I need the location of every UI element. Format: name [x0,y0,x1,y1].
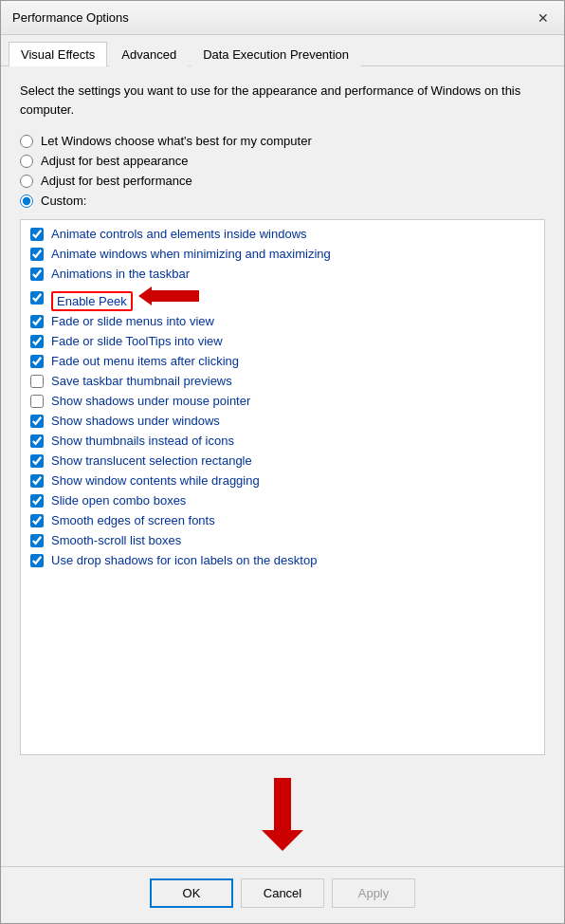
checkbox-item[interactable]: Animate windows when minimizing and maxi… [21,244,544,264]
radio-best-appearance[interactable]: Adjust for best appearance [20,154,545,168]
tab-bar: Visual Effects Advanced Data Execution P… [1,35,564,66]
checkbox-item[interactable]: Show translucent selection rectangle [21,451,544,471]
title-bar: Performance Options ✕ [1,1,564,35]
checkbox-item[interactable]: Enable Peek [21,284,544,311]
checkbox-list[interactable]: Animate controls and elements inside win… [20,219,545,755]
radio-best-performance-input[interactable] [20,175,33,188]
checkbox-item[interactable]: Show window contents while dragging [21,471,544,490]
checkbox-item[interactable]: Animate controls and elements inside win… [21,224,544,244]
checkbox-12[interactable] [30,474,44,488]
arrow-indicator [20,770,545,851]
checkbox-item[interactable]: Slide open combo boxes [21,490,544,510]
checkbox-item[interactable]: Fade or slide menus into view [21,311,544,331]
peek-arrow [138,286,199,305]
radio-best-performance-label: Adjust for best performance [41,174,192,188]
button-bar: OK Cancel Apply [1,866,564,923]
radio-windows-best[interactable]: Let Windows choose what's best for my co… [20,134,545,148]
ok-button[interactable]: OK [150,878,233,908]
checkbox-3[interactable] [30,291,44,305]
checkbox-16[interactable] [30,554,44,567]
checkbox-item[interactable]: Fade or slide ToolTips into view [21,331,544,351]
radio-custom-input[interactable] [20,194,33,208]
tab-advanced[interactable]: Advanced [109,42,189,66]
checkbox-item[interactable]: Show shadows under mouse pointer [21,391,544,411]
checkbox-5[interactable] [30,335,44,348]
radio-windows-best-label: Let Windows choose what's best for my co… [41,134,312,148]
checkbox-9[interactable] [30,415,44,428]
checkbox-item[interactable]: Use drop shadows for icon labels on the … [21,550,544,570]
checkbox-13[interactable] [30,494,44,508]
tab-data-execution-prevention[interactable]: Data Execution Prevention [191,42,361,66]
close-button[interactable]: ✕ [534,9,553,28]
checkbox-item[interactable]: Animations in the taskbar [21,264,544,284]
checkbox-0[interactable] [30,228,44,241]
checkbox-8[interactable] [30,395,44,408]
content-area: Select the settings you want to use for … [1,66,564,866]
cancel-button[interactable]: Cancel [241,878,324,908]
checkbox-4[interactable] [30,315,44,328]
radio-group: Let Windows choose what's best for my co… [20,134,545,208]
radio-custom-label: Custom: [41,194,86,208]
checkbox-item[interactable]: Save taskbar thumbnail previews [21,371,544,391]
radio-best-performance[interactable]: Adjust for best performance [20,174,545,188]
checkbox-6[interactable] [30,355,44,368]
radio-best-appearance-label: Adjust for best appearance [41,154,188,168]
arrow-head [262,830,303,851]
radio-windows-best-input[interactable] [20,135,33,148]
checkbox-2[interactable] [30,268,44,281]
window-title: Performance Options [12,10,129,25]
checkbox-11[interactable] [30,454,44,468]
checkbox-item[interactable]: Show shadows under windows [21,411,544,431]
tab-visual-effects[interactable]: Visual Effects [9,42,107,66]
checkbox-item[interactable]: Show thumbnails instead of icons [21,431,544,451]
checkbox-item[interactable]: Smooth edges of screen fonts [21,510,544,530]
radio-best-appearance-input[interactable] [20,155,33,168]
checkbox-item[interactable]: Smooth-scroll list boxes [21,530,544,550]
radio-custom[interactable]: Custom: [20,194,545,208]
checkbox-item[interactable]: Fade out menu items after clicking [21,351,544,371]
arrow-shaft [274,778,291,830]
checkbox-7[interactable] [30,375,44,388]
checkbox-14[interactable] [30,514,44,527]
description-text: Select the settings you want to use for … [20,82,545,119]
checkbox-15[interactable] [30,534,44,547]
checkbox-1[interactable] [30,248,44,261]
apply-button[interactable]: Apply [332,878,415,908]
performance-options-dialog: Performance Options ✕ Visual Effects Adv… [0,0,565,924]
checkbox-10[interactable] [30,434,44,448]
